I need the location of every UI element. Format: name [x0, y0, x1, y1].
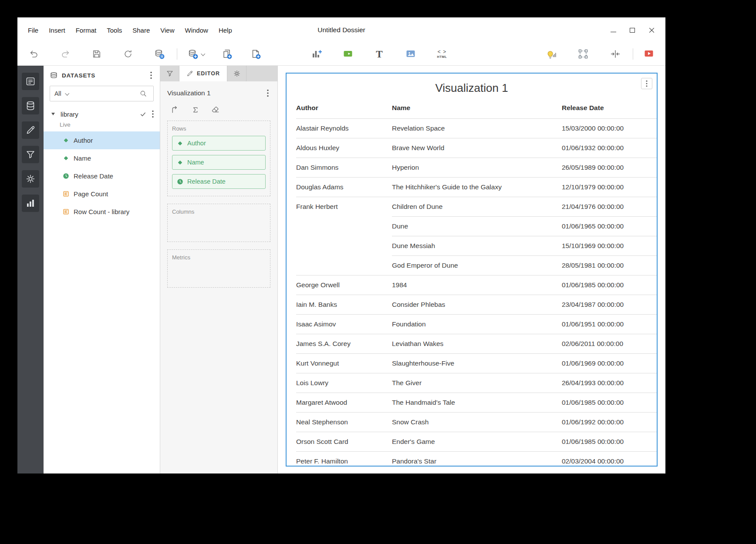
cell-release_date[interactable]: 01/06/1985 00:00:00: [562, 393, 657, 412]
tab-format[interactable]: [227, 66, 246, 81]
cell-release_date[interactable]: 02/03/2004 00:00:00: [562, 451, 657, 466]
table-row[interactable]: Margaret AtwoodThe Handmaid's Tale01/06/…: [296, 393, 657, 412]
collapse-panels-button[interactable]: [609, 45, 621, 63]
tab-filter[interactable]: [160, 66, 179, 81]
cell-author[interactable]: Douglas Adams: [296, 177, 392, 197]
cell-author[interactable]: Orson Scott Card: [296, 432, 392, 451]
add-text-button[interactable]: T: [373, 45, 385, 63]
cell-release_date[interactable]: 01/06/1985 00:00:00: [562, 275, 657, 295]
redo-button[interactable]: [59, 45, 71, 63]
clear-button[interactable]: [208, 103, 223, 116]
add-page-button[interactable]: [250, 45, 262, 63]
cell-release_date[interactable]: 01/06/1965 00:00:00: [562, 216, 657, 236]
cell-author[interactable]: Margaret Atwood: [296, 393, 392, 412]
cell-author[interactable]: Dan Simmons: [296, 158, 392, 177]
add-visualization-button[interactable]: [310, 45, 323, 63]
menu-format[interactable]: Format: [71, 24, 102, 37]
totals-button[interactable]: [188, 103, 202, 116]
menu-tools[interactable]: Tools: [101, 24, 127, 37]
cell-author[interactable]: Frank Herbert: [296, 197, 392, 216]
cell-author[interactable]: Kurt Vonnegut: [296, 353, 392, 373]
cell-author[interactable]: Alastair Reynolds: [296, 118, 392, 138]
cell-name[interactable]: Consider Phlebas: [392, 295, 562, 314]
add-filter-button[interactable]: [342, 45, 354, 63]
visualization-panel[interactable]: Visualization 1 AuthorNameRelease DateAl…: [286, 73, 658, 467]
cell-author[interactable]: Aldous Huxley: [296, 138, 392, 158]
group-elements-button[interactable]: [577, 45, 589, 63]
table-row[interactable]: Orson Scott CardEnder's Game01/06/1985 0…: [296, 432, 657, 451]
table-row[interactable]: Dan SimmonsHyperion26/05/1989 00:00:00: [296, 158, 657, 177]
cell-author[interactable]: Isaac Asimov: [296, 314, 392, 334]
cell-name[interactable]: Slaughterhouse-Five: [392, 353, 562, 373]
refresh-button[interactable]: [122, 45, 134, 63]
column-header[interactable]: Author: [296, 97, 392, 118]
column-header[interactable]: Release Date: [562, 97, 657, 118]
cell-name[interactable]: God Emperor of Dune: [392, 255, 562, 275]
cell-author[interactable]: [296, 255, 392, 275]
cell-release_date[interactable]: 12/10/1979 00:00:00: [562, 177, 657, 197]
swap-rows-columns-button[interactable]: [167, 103, 182, 116]
cell-author[interactable]: Iain M. Banks: [296, 295, 392, 314]
cell-author[interactable]: Neal Stephenson: [296, 412, 392, 432]
close-button[interactable]: [645, 24, 658, 37]
cell-name[interactable]: Dune Messiah: [392, 236, 562, 255]
add-html-button[interactable]: < > HTML: [436, 45, 448, 63]
visualization-menu-button[interactable]: [641, 78, 652, 89]
cell-release_date[interactable]: 26/04/1993 00:00:00: [562, 373, 657, 393]
search-button[interactable]: [138, 88, 149, 99]
table-row[interactable]: James S.A. CoreyLeviathan Wakes02/06/201…: [296, 334, 657, 353]
cell-name[interactable]: Snow Crash: [392, 412, 562, 432]
add-chapter-button[interactable]: [221, 45, 233, 63]
rows-drop-zone[interactable]: Rows AuthorNameRelease Date: [167, 121, 270, 196]
cell-author[interactable]: [296, 236, 392, 255]
maximize-button[interactable]: [625, 24, 639, 37]
contents-panel-button[interactable]: [22, 73, 39, 90]
table-row[interactable]: Isaac AsimovFoundation01/06/1951 00:00:0…: [296, 314, 657, 334]
format-panel-button[interactable]: [22, 170, 39, 188]
table-row[interactable]: Dune01/06/1965 00:00:00: [296, 216, 657, 236]
table-row[interactable]: Neal StephensonSnow Crash01/06/1992 00:0…: [296, 412, 657, 432]
metrics-drop-zone[interactable]: Metrics: [167, 249, 270, 288]
table-row[interactable]: Kurt VonnegutSlaughterhouse-Five01/06/19…: [296, 353, 657, 373]
datasets-menu-button[interactable]: [148, 70, 154, 81]
cell-release_date[interactable]: 01/06/1951 00:00:00: [562, 314, 657, 334]
dataset-check-icon[interactable]: [140, 111, 146, 118]
table-row[interactable]: Iain M. BanksConsider Phlebas23/04/1987 …: [296, 295, 657, 314]
minimize-button[interactable]: [606, 24, 620, 37]
dataset-filter-dropdown[interactable]: All: [54, 90, 68, 97]
rows-zone-chip[interactable]: Release Date: [172, 174, 266, 189]
cell-author[interactable]: Lois Lowry: [296, 373, 392, 393]
dataset-item[interactable]: Release Date: [44, 167, 160, 185]
visualization-gallery-button[interactable]: [22, 195, 39, 212]
cell-name[interactable]: Revelation Space: [392, 118, 562, 138]
cell-release_date[interactable]: 28/05/1981 00:00:00: [562, 255, 657, 275]
cell-author[interactable]: George Orwell: [296, 275, 392, 295]
cell-name[interactable]: Hyperion: [392, 158, 562, 177]
undo-button[interactable]: [28, 45, 40, 63]
add-data-button[interactable]: [188, 45, 204, 63]
datasets-panel-button[interactable]: [22, 97, 39, 114]
menu-insert[interactable]: Insert: [44, 24, 71, 37]
rows-zone-chip[interactable]: Author: [172, 136, 266, 151]
cell-release_date[interactable]: 01/06/1985 00:00:00: [562, 432, 657, 451]
cell-name[interactable]: Dune: [392, 216, 562, 236]
dataset-item[interactable]: Page Count: [44, 185, 160, 203]
cell-author[interactable]: Peter F. Hamilton: [296, 451, 392, 466]
cell-name[interactable]: Leviathan Wakes: [392, 334, 562, 353]
table-row[interactable]: Alastair ReynoldsRevelation Space15/03/2…: [296, 118, 657, 138]
cell-release_date[interactable]: 01/06/1932 00:00:00: [562, 138, 657, 158]
dataset-menu-button[interactable]: [150, 108, 155, 120]
cell-release_date[interactable]: 01/06/1992 00:00:00: [562, 412, 657, 432]
table-row[interactable]: Douglas AdamsThe Hitchhiker's Guide to t…: [296, 177, 657, 197]
cell-name[interactable]: 1984: [392, 275, 562, 295]
cell-name[interactable]: Foundation: [392, 314, 562, 334]
cell-name[interactable]: The Hitchhiker's Guide to the Galaxy: [392, 177, 562, 197]
dataset-search-box[interactable]: All: [50, 86, 154, 101]
cell-name[interactable]: Ender's Game: [392, 432, 562, 451]
visualization-options-button[interactable]: [265, 87, 270, 99]
dataset-item[interactable]: Author: [44, 131, 160, 149]
add-image-button[interactable]: [405, 45, 417, 63]
menu-share[interactable]: Share: [127, 24, 155, 37]
table-row[interactable]: Aldous HuxleyBrave New World01/06/1932 0…: [296, 138, 657, 158]
dataset-item[interactable]: Name: [44, 149, 160, 167]
